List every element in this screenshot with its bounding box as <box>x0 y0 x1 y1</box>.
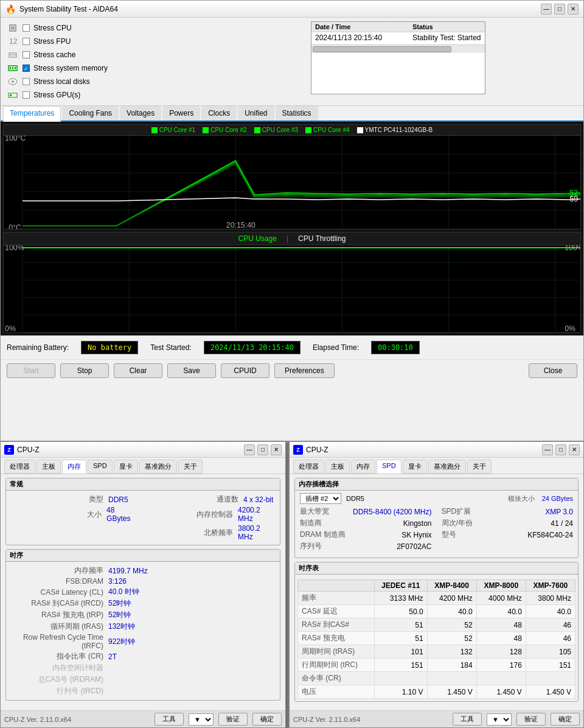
cpuz-left-verify[interactable]: 验证 <box>218 713 248 726</box>
cpuz-left-minimize[interactable]: — <box>244 444 255 455</box>
timing-label-5: 行周期时间 (tRC) <box>298 659 375 672</box>
timing-label-3: RAS# 预充电 <box>298 632 375 645</box>
type-row: 类型 DDR5 <box>11 494 140 505</box>
cpuz-left-tab-about[interactable]: 关于 <box>178 460 203 474</box>
memory-icon <box>7 63 19 73</box>
week-year-value: 41 / 24 <box>551 519 573 528</box>
legend-cb-core1[interactable] <box>151 127 158 133</box>
timing-v2-2: 52 <box>427 618 476 632</box>
serial-label: 序列号 <box>300 541 322 551</box>
cpuz-right-ok[interactable]: 确定 <box>551 713 580 726</box>
cpuz-right-tab-gpu[interactable]: 显卡 <box>403 460 427 474</box>
stop-button[interactable]: Stop <box>60 363 109 378</box>
cpuz-right-tools[interactable]: 工具 <box>453 713 482 726</box>
legend-cb-core2[interactable] <box>203 127 209 133</box>
stress-cache-checkbox[interactable] <box>23 51 30 58</box>
minimize-button[interactable]: — <box>541 4 552 15</box>
preferences-button[interactable]: Preferences <box>274 363 335 378</box>
cpuz-left-close[interactable]: ✕ <box>271 444 282 455</box>
slot-section-title: 内存插槽选择 <box>295 478 578 491</box>
scrollbar-thumb[interactable] <box>313 46 451 52</box>
stress-cpu-checkbox[interactable] <box>23 24 30 32</box>
cl-value: 40.0 时钟 <box>108 587 139 597</box>
cpuz-left-tools-dropdown[interactable]: ▼ <box>189 713 214 726</box>
window-title: System Stability Test - AIDA64 <box>19 5 118 13</box>
cpuz-left-title: Z CPU-Z — □ ✕ <box>1 442 285 458</box>
legend-cb-ymtc[interactable] <box>357 127 363 133</box>
stress-disks-checkbox[interactable] <box>23 78 30 85</box>
cpuz-right-tab-memory[interactable]: 内存 <box>351 460 375 474</box>
tab-cooling-fans[interactable]: Cooling Fans <box>62 106 119 121</box>
log-scrollbar[interactable] <box>311 44 485 53</box>
cpuz-right-title-text: CPU-Z <box>306 446 328 454</box>
timing-v3-7: 1.450 V <box>476 685 526 699</box>
svg-rect-7 <box>12 67 13 69</box>
tab-unified[interactable]: Unified <box>238 106 274 121</box>
cpuz-right-tools-dropdown[interactable]: ▼ <box>487 713 512 726</box>
cpuz-left-tools[interactable]: 工具 <box>155 713 184 726</box>
battery-value: No battery <box>81 341 138 354</box>
cpuz-left-tab-gpu[interactable]: 显卡 <box>114 460 138 474</box>
trp-value: 52时钟 <box>108 610 131 620</box>
cpuz-right-tab-processor[interactable]: 处理器 <box>293 460 324 474</box>
close-button[interactable]: ✕ <box>568 4 579 15</box>
legend-cb-core4[interactable] <box>305 127 311 133</box>
tab-clocks[interactable]: Clocks <box>201 106 237 121</box>
cpuz-right-close[interactable]: ✕ <box>569 444 580 455</box>
cpuz-left-tab-spd[interactable]: SPD <box>88 460 113 474</box>
maximize-button[interactable]: □ <box>554 4 565 15</box>
cpuz-right-tab-board[interactable]: 主板 <box>325 460 350 474</box>
timing-v3-2: 48 <box>476 618 526 632</box>
cpuz-left-tab-board[interactable]: 主板 <box>36 460 61 474</box>
row-col-label: 行列号 (tRCD) <box>11 686 108 696</box>
cpuid-button[interactable]: CPUID <box>221 363 269 378</box>
cpuz-left-tab-bench[interactable]: 基准跑分 <box>139 460 177 474</box>
tab-powers[interactable]: Powers <box>162 106 200 121</box>
cpu-chart: 100% 0% 100% 0% <box>3 245 581 333</box>
stress-memory-checkbox[interactable] <box>23 65 30 72</box>
part-value: KF584C40-24 <box>527 531 573 539</box>
cpuz-right-maximize[interactable]: □ <box>555 444 566 455</box>
cpuz-left-ok[interactable]: 确定 <box>252 713 282 726</box>
legend-label-core1: CPU Core #1 <box>159 127 195 133</box>
tab-voltages[interactable]: Voltages <box>120 106 161 121</box>
stress-fpu-checkbox[interactable] <box>23 38 30 45</box>
cpuz-left-maximize[interactable]: □ <box>257 444 268 455</box>
cpuz-right-tab-spd[interactable]: SPD <box>377 460 401 474</box>
tab-temperatures[interactable]: Temperatures <box>3 106 61 122</box>
timing-v2-0: 4200 MHz <box>427 592 476 605</box>
cpuz-left-tab-processor[interactable]: 处理器 <box>4 460 35 474</box>
tras-row: 循环周期 (tRAS) 132时钟 <box>11 621 275 632</box>
timing-v1-5: 151 <box>374 659 427 672</box>
legend-ymtc: YMTC PC411-1024GB-B <box>357 127 433 133</box>
max-bw-label: 最大带宽 <box>300 506 329 517</box>
clear-button[interactable]: Clear <box>114 363 162 378</box>
mfr-label: 制造商 <box>300 518 322 528</box>
cpuz-right-minimize[interactable]: — <box>542 444 553 455</box>
cpuz-left-version: CPU-Z Ver. 2.11.0.x64 <box>4 716 71 723</box>
start-button[interactable]: Start <box>7 363 55 378</box>
cpuz-right-version: CPU-Z Ver. 2.11.0.x64 <box>293 716 360 723</box>
cache-icon <box>7 50 19 60</box>
checkboxes-panel: Stress CPU 123 Stress FPU Stress cache <box>1 18 153 105</box>
slot-selector-dropdown[interactable]: 插槽 #2 <box>300 493 341 504</box>
svg-rect-8 <box>15 67 16 69</box>
tras-value: 132时钟 <box>108 621 135 632</box>
cpuz-right-verify[interactable]: 验证 <box>516 713 546 726</box>
col-header-2: XMP-8400 <box>427 580 476 592</box>
legend-cb-core3[interactable] <box>254 127 260 133</box>
timing-label-0: 频率 <box>298 592 375 605</box>
type-label: 类型 <box>11 494 108 505</box>
cpuz-left-tab-memory[interactable]: 内存 <box>62 460 86 474</box>
close-button[interactable]: Close <box>529 363 577 378</box>
col-header-1: JEDEC #11 <box>374 580 427 592</box>
memctrl-label: 内存控制器 <box>146 509 238 520</box>
timing-v4-3: 46 <box>526 632 575 645</box>
stress-gpu-checkbox[interactable] <box>23 91 30 99</box>
timing-v2-4: 132 <box>427 645 476 659</box>
cpuz-right-tab-about[interactable]: 关于 <box>467 460 492 474</box>
tab-statistics[interactable]: Statistics <box>276 106 318 121</box>
cpuz-right-icon: Z <box>293 445 303 455</box>
cpuz-right-tab-bench[interactable]: 基准跑分 <box>428 460 466 474</box>
save-button[interactable]: Save <box>167 363 216 378</box>
